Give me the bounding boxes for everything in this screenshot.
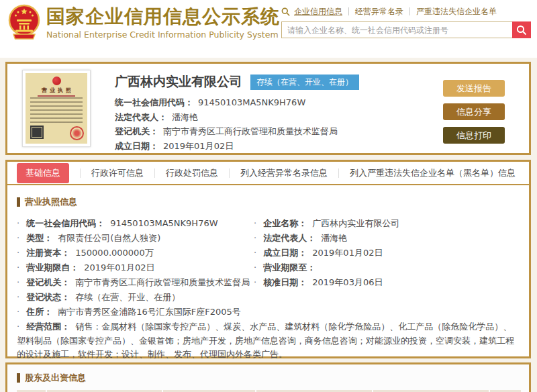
section-marker bbox=[17, 197, 20, 207]
license-caption: 营业执照 bbox=[26, 87, 87, 94]
field-registration-status: 登记状态：存续（在营、开业、在册） bbox=[17, 290, 254, 305]
red-seal-icon bbox=[70, 126, 84, 140]
tab-bar: 基础信息 行政许可信息 行政处罚信息 列入经营异常名录信息 列入严重违法失信企业… bbox=[7, 162, 529, 185]
detail-panel: 基础信息 行政许可信息 行政处罚信息 列入经营异常名录信息 列入严重违法失信企业… bbox=[5, 160, 531, 358]
company-status-badge: 存续（在营、开业、在册） bbox=[250, 75, 359, 90]
field-registered-capital: 注册资本：150000.000000万 bbox=[17, 246, 254, 260]
tab-administrative-penalty[interactable]: 行政处罚信息 bbox=[166, 167, 218, 179]
nav-link-enterprise-credit-info[interactable]: 企业信用信息 bbox=[294, 6, 342, 17]
field-establishment-date: 成立日期：2019年01月02日 bbox=[254, 246, 529, 260]
search-bar bbox=[281, 21, 531, 38]
qr-code-icon bbox=[30, 126, 44, 139]
company-name-row: 广西林内实业有限公司 存续（在营、开业、在册） bbox=[115, 73, 437, 91]
print-info-button[interactable]: 信息打印 bbox=[443, 127, 505, 144]
company-fields: 统一社会信用代码：91450103MA5NK9H76W 法定代表人：潘海艳 登记… bbox=[115, 95, 437, 153]
card-field-establishment-date: 成立日期：2019年01月02日 bbox=[115, 139, 437, 154]
header-right: 企业信用信息 经营异常名录 严重违法失信企业名单 bbox=[281, 6, 531, 38]
company-name: 广西林内实业有限公司 bbox=[115, 73, 242, 91]
tab-abnormal-operations[interactable]: 列入经营异常名录信息 bbox=[240, 167, 328, 179]
card-actions: 发送报告 信息分享 信息打印 bbox=[443, 80, 505, 150]
section-marker bbox=[17, 373, 20, 383]
field-company-type: 类型：有限责任公司(自然人独资) bbox=[17, 231, 254, 246]
nav-divider bbox=[348, 7, 349, 15]
top-nav: 企业信用信息 经营异常名录 严重违法失信企业名单 bbox=[281, 6, 531, 17]
tab-serious-violations-blacklist[interactable]: 列入严重违法失信企业名单（黑名单）信息 bbox=[350, 167, 516, 179]
license-field-grid: 统一社会信用代码：91450103MA5NK9H76W 类型：有限责任公司(自然… bbox=[17, 216, 529, 305]
search-button[interactable] bbox=[512, 21, 531, 38]
business-license-thumbnail[interactable]: 营业执照 bbox=[22, 70, 91, 147]
field-column-right: 企业名称：广西林内实业有限公司 法定代表人：潘海艳 成立日期：2019年01月0… bbox=[254, 216, 529, 305]
field-credit-code: 统一社会信用代码：91450103MA5NK9H76W bbox=[17, 216, 254, 231]
license-paper: 营业执照 bbox=[26, 73, 87, 144]
tab-divider bbox=[338, 168, 339, 178]
field-company-name: 企业名称：广西林内实业有限公司 bbox=[254, 216, 529, 231]
national-emblem-logo bbox=[7, 3, 42, 41]
nav-link-abnormal-operations-list[interactable]: 经营异常名录 bbox=[355, 6, 403, 17]
company-summary-card: 营业执照 广西林内实业有限公司 存续（在营、开业、在册） 统一社会信用代码：91… bbox=[5, 62, 531, 155]
card-field-legal-representative: 法定代表人：潘海艳 bbox=[115, 110, 437, 125]
tab-divider bbox=[80, 168, 81, 178]
field-address: 住所：南宁市青秀区金浦路16号汇东国际F座F2005号 bbox=[17, 305, 518, 320]
search-icon bbox=[516, 25, 527, 36]
section-title-shareholders: 股东及出资信息 bbox=[17, 372, 529, 384]
field-column-left: 统一社会信用代码：91450103MA5NK9H76W 类型：有限责任公司(自然… bbox=[17, 216, 254, 305]
national-emblem-icon bbox=[52, 77, 61, 85]
page: 国家企业信用信息公示系统 National Enterprise Credit … bbox=[0, 0, 537, 392]
site-subtitle: National Enterprise Credit Information P… bbox=[46, 30, 280, 40]
tab-divider bbox=[229, 168, 230, 178]
nav-link-serious-violations-list[interactable]: 严重违法失信企业名单 bbox=[416, 6, 497, 17]
share-info-button[interactable]: 信息分享 bbox=[443, 103, 505, 120]
site-title: 国家企业信用信息公示系统 bbox=[46, 5, 280, 29]
field-operating-period-to: 营业期限至： bbox=[254, 260, 529, 275]
field-legal-representative: 法定代表人：潘海艳 bbox=[254, 231, 529, 246]
field-registration-authority: 登记机关：南宁市青秀区工商行政管理和质量技术监督局 bbox=[17, 275, 254, 290]
company-info: 广西林内实业有限公司 存续（在营、开业、在册） 统一社会信用代码：9145010… bbox=[115, 73, 437, 153]
tab-basic-info[interactable]: 基础信息 bbox=[17, 163, 69, 183]
field-approval-date: 核准日期：2019年03月06日 bbox=[254, 275, 529, 290]
card-field-registration-authority: 登记机关：南宁市青秀区工商行政管理和质量技术监督局 bbox=[115, 124, 437, 139]
search-icon bbox=[281, 7, 290, 16]
field-business-scope: 经营范围：销售：金属材料（除国家专控产品）、煤炭、水产品、建筑材料（除化学危险品… bbox=[17, 320, 518, 362]
tab-administrative-licensing[interactable]: 行政许可信息 bbox=[91, 167, 144, 179]
shareholders-panel: 股东及出资信息 bbox=[5, 362, 531, 392]
card-field-credit-code: 统一社会信用代码：91450103MA5NK9H76W bbox=[115, 95, 437, 110]
section-title-business-license: 营业执照信息 bbox=[17, 196, 529, 208]
tab-divider bbox=[154, 168, 155, 178]
field-operating-period-from: 营业期限自：2019年01月02日 bbox=[17, 260, 254, 275]
brand: 国家企业信用信息公示系统 National Enterprise Credit … bbox=[7, 3, 280, 41]
company-search-input[interactable] bbox=[281, 21, 512, 38]
nav-divider bbox=[409, 7, 410, 15]
brand-titles: 国家企业信用信息公示系统 National Enterprise Credit … bbox=[46, 5, 280, 40]
license-text-lines bbox=[30, 97, 83, 124]
license-divider bbox=[38, 95, 75, 97]
send-report-button[interactable]: 发送报告 bbox=[443, 80, 505, 97]
site-header: 国家企业信用信息公示系统 National Enterprise Credit … bbox=[0, 0, 537, 58]
